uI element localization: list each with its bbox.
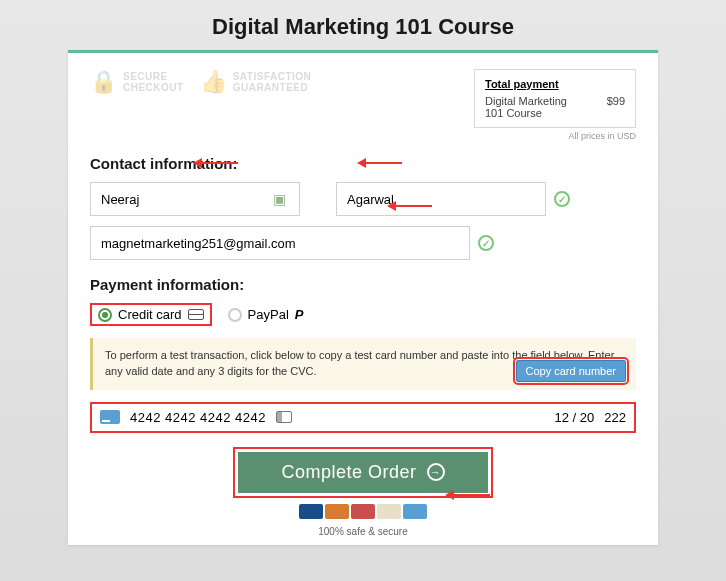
radio-off-icon <box>228 308 242 322</box>
currency-note: All prices in USD <box>474 131 636 141</box>
id-icon <box>276 411 292 423</box>
card-number: 4242 4242 4242 4242 <box>130 410 266 425</box>
copy-card-button[interactable]: Copy card number <box>516 360 627 382</box>
thumbs-up-icon: 👍 <box>200 69 227 95</box>
summary-price: $99 <box>607 95 625 119</box>
annotation-arrow <box>360 162 402 164</box>
card-cvc: 222 <box>604 410 626 425</box>
annotation-arrow <box>196 162 238 164</box>
check-icon: ✓ <box>478 235 494 251</box>
test-instructions: To perform a test transaction, click bel… <box>90 338 636 390</box>
contact-icon: ▣ <box>273 191 286 207</box>
annotation-arrow <box>390 205 432 207</box>
complete-order-button[interactable]: Complete Order → <box>238 452 488 493</box>
payment-heading: Payment information: <box>90 276 636 293</box>
paypal-icon: P <box>295 307 304 322</box>
summary-item: Digital Marketing 101 Course <box>485 95 585 119</box>
page-title: Digital Marketing 101 Course <box>0 0 726 50</box>
first-name-input[interactable] <box>90 182 300 216</box>
annotation-arrow <box>448 494 490 496</box>
lock-icon: 🔒 <box>90 69 117 95</box>
email-input[interactable] <box>90 226 470 260</box>
card-expiry: 12 / 20 <box>555 410 595 425</box>
check-icon: ✓ <box>554 191 570 207</box>
credit-card-option[interactable]: Credit card <box>90 303 212 326</box>
credit-card-icon <box>188 309 204 320</box>
payment-logos <box>90 504 636 523</box>
arrow-right-icon: → <box>427 463 445 481</box>
order-summary: Total payment Digital Marketing 101 Cour… <box>474 69 636 128</box>
summary-title: Total payment <box>485 78 625 90</box>
last-name-input[interactable] <box>336 182 546 216</box>
card-brand-icon <box>100 410 120 424</box>
checkout-card: 🔒 SECURECHECKOUT 👍 SATISFACTIONGUARANTEE… <box>68 50 658 545</box>
card-input-row[interactable]: 4242 4242 4242 4242 12 / 20 222 <box>90 402 636 433</box>
safe-text: 100% safe & secure <box>90 526 636 537</box>
paypal-option[interactable]: PayPal P <box>228 307 304 322</box>
trust-badges: 🔒 SECURECHECKOUT 👍 SATISFACTIONGUARANTEE… <box>90 69 311 95</box>
radio-on-icon <box>98 308 112 322</box>
